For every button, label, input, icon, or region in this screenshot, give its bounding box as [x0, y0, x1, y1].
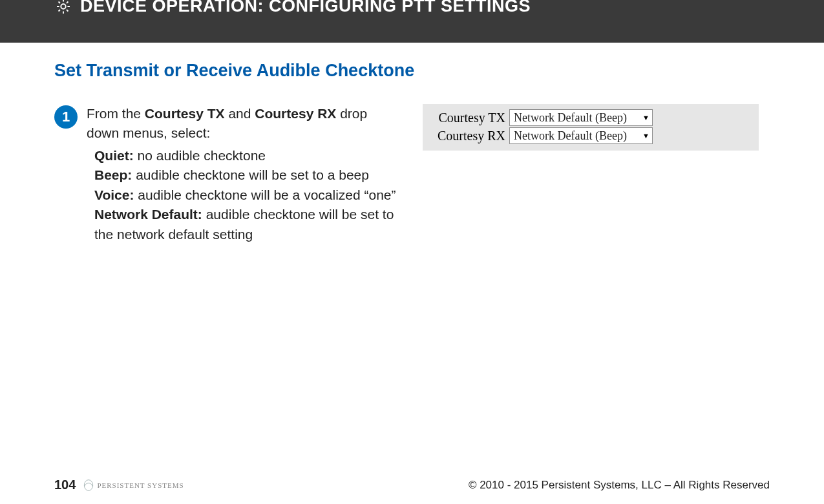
definition-term: Beep:	[94, 167, 132, 182]
content-area: Set Transmit or Receive Audible Checkton…	[0, 43, 824, 244]
setting-row: Courtesy TX Network Default (Beep) ▼	[428, 109, 754, 126]
definition-item: Beep: audible checktone will be set to a…	[94, 165, 397, 185]
courtesy-tx-label: Courtesy TX	[428, 110, 509, 125]
gear-icon	[54, 0, 72, 16]
definition-term: Voice:	[94, 187, 134, 202]
step-lead-mid: and	[225, 106, 255, 121]
definition-item: Network Default: audible checktone will …	[94, 205, 397, 244]
step-text: From the Courtesy TX and Courtesy RX dro…	[87, 104, 397, 244]
footer-left: 104 PERSISTENT SYSTEMS	[54, 478, 184, 492]
svg-point-0	[61, 4, 65, 8]
settings-panel: Courtesy TX Network Default (Beep) ▼ Cou…	[423, 104, 759, 151]
footer: 104 PERSISTENT SYSTEMS © 2010 - 2015 Per…	[0, 478, 824, 492]
courtesy-rx-dropdown[interactable]: Network Default (Beep) ▼	[509, 127, 653, 144]
courtesy-tx-dropdown[interactable]: Network Default (Beep) ▼	[509, 109, 653, 126]
definition-item: Quiet: no audible checktone	[94, 146, 397, 165]
section-title: Set Transmit or Receive Audible Checkton…	[54, 61, 770, 81]
courtesy-rx-label: Courtesy RX	[428, 129, 509, 143]
step-block: 1 From the Courtesy TX and Courtesy RX d…	[54, 104, 397, 244]
step-lead-bold-1: Courtesy TX	[145, 106, 225, 121]
step-number-badge: 1	[54, 105, 78, 129]
definition-desc: audible checktone will be a vocalized “o…	[134, 187, 396, 202]
header-bar: DEVICE OPERATION: CONFIGURING PTT SETTIN…	[0, 0, 824, 43]
step-lead: From the Courtesy TX and Courtesy RX dro…	[87, 106, 367, 140]
svg-point-1	[85, 479, 93, 490]
page-number: 104	[54, 478, 76, 492]
brand-logo: PERSISTENT SYSTEMS	[82, 479, 184, 492]
definition-list: Quiet: no audible checktone Beep: audibl…	[87, 146, 397, 244]
definition-term: Quiet:	[94, 148, 134, 163]
copyright-text: © 2010 - 2015 Persistent Systems, LLC – …	[469, 479, 770, 492]
setting-row: Courtesy RX Network Default (Beep) ▼	[428, 127, 754, 144]
dropdown-value: Network Default (Beep)	[514, 111, 627, 125]
chevron-down-icon: ▼	[642, 114, 650, 121]
dropdown-value: Network Default (Beep)	[514, 129, 627, 143]
step-lead-pre: From the	[87, 106, 145, 121]
brand-logo-text: PERSISTENT SYSTEMS	[97, 481, 184, 489]
definition-term: Network Default:	[94, 207, 202, 222]
logo-swoosh-icon	[82, 479, 95, 492]
chevron-down-icon: ▼	[642, 132, 650, 140]
definition-item: Voice: audible checktone will be a vocal…	[94, 185, 397, 205]
header-title: DEVICE OPERATION: CONFIGURING PTT SETTIN…	[80, 0, 531, 16]
definition-desc: no audible checktone	[134, 148, 266, 163]
step-lead-bold-2: Courtesy RX	[255, 106, 336, 121]
definition-desc: audible checktone will be set to a beep	[132, 167, 369, 182]
